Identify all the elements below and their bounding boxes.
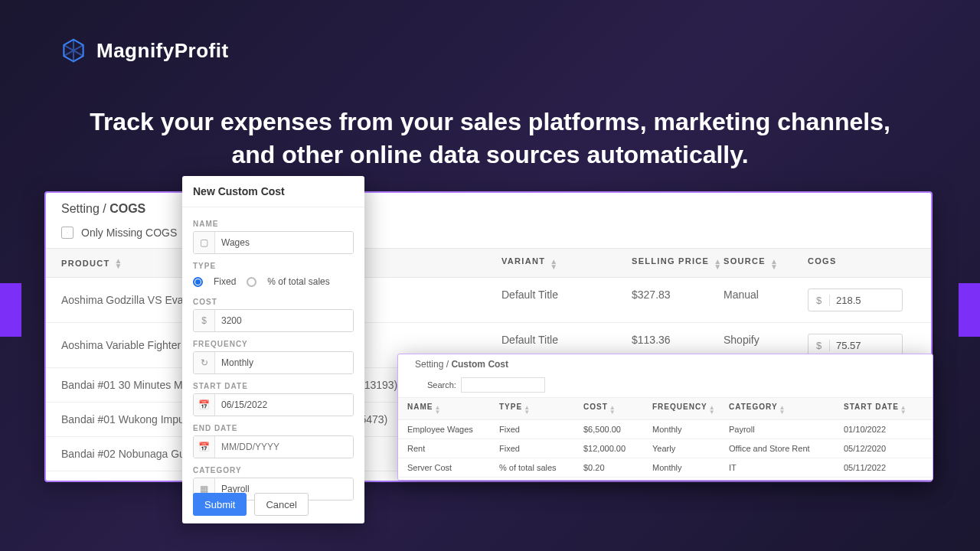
sort-icon[interactable]: ▲▼ [714, 259, 722, 269]
cost-input-group[interactable]: $ [193, 309, 354, 332]
frequency-input-group[interactable]: ↻ [193, 351, 354, 374]
hero-headline: Track your expenses from your sales plat… [69, 106, 911, 171]
name-input-group[interactable]: ▢ [193, 231, 354, 254]
breadcrumb-parent[interactable]: Setting [61, 202, 100, 215]
start-date-field[interactable] [215, 394, 353, 416]
end-date-field[interactable] [215, 436, 353, 458]
brand-block: MagnifyProfit [60, 37, 229, 64]
cell-category: Office and Store Rent [729, 444, 844, 453]
radio-fixed-label: Fixed [214, 276, 236, 287]
header-frequency[interactable]: FREQUENCY [652, 403, 707, 411]
sort-icon[interactable]: ▲▼ [434, 406, 441, 415]
source-cell: Manual [724, 289, 808, 311]
cell-cost: $12,000.00 [583, 444, 652, 453]
breadcrumb-current: COGS [109, 202, 145, 215]
dollar-icon: $ [194, 310, 215, 331]
cost-field[interactable] [215, 310, 353, 331]
search-input[interactable] [461, 377, 545, 393]
sort-icon[interactable]: ▲▼ [709, 406, 716, 415]
header-name[interactable]: NAME [407, 403, 433, 411]
label-cost: COST [193, 298, 354, 306]
end-date-group[interactable]: 📅 [193, 435, 354, 458]
brand-logo-icon [60, 37, 87, 64]
sort-icon[interactable]: ▲▼ [900, 406, 907, 415]
header-category[interactable]: CATEGORY [729, 403, 778, 411]
label-category: CATEGORY [193, 466, 354, 474]
cell-frequency: Monthly [652, 463, 729, 472]
cell-name: Rent [407, 444, 499, 453]
cell-cost: $6,500.00 [583, 425, 652, 434]
cell-type: Fixed [499, 444, 583, 453]
sort-icon[interactable]: ▲▼ [779, 406, 786, 415]
cogs-input[interactable]: $ [808, 289, 903, 311]
accent-right [959, 283, 980, 337]
header-product[interactable]: PRODUCT [61, 259, 110, 268]
cogs-field[interactable] [830, 295, 899, 306]
table-row: Rent Fixed $12,000.00 Yearly Office and … [398, 439, 933, 458]
search-label: Search: [427, 380, 456, 390]
tag-icon: ▢ [194, 232, 215, 253]
breadcrumb-current: Custom Cost [451, 359, 508, 370]
cell-type: Fixed [499, 425, 583, 434]
header-cost[interactable]: COST [583, 403, 608, 411]
cc-table-header: NAME▲▼ TYPE▲▼ COST▲▼ FREQUENCY▲▼ CATEGOR… [398, 397, 933, 420]
cell-start: 05/12/2020 [844, 444, 920, 453]
radio-pct-label: % of total sales [267, 276, 329, 287]
accent-left [0, 283, 21, 337]
name-field[interactable] [215, 232, 353, 253]
label-start: START DATE [193, 382, 354, 390]
sort-icon[interactable]: ▲▼ [115, 258, 123, 269]
breadcrumb: Setting / Custom Cost [398, 354, 933, 371]
custom-cost-panel: Setting / Custom Cost Search: NAME▲▼ TYP… [397, 354, 933, 481]
only-missing-checkbox[interactable] [61, 227, 74, 239]
cell-cost: $0.20 [583, 463, 652, 472]
label-frequency: FREQUENCY [193, 340, 354, 348]
cell-category: IT [729, 463, 844, 472]
frequency-field[interactable] [215, 352, 353, 373]
modal-title: New Custom Cost [182, 176, 364, 207]
table-row: Aoshima Godzilla VS Evangelion (JAN:4905… [46, 278, 931, 323]
dollar-icon: $ [808, 295, 830, 306]
cell-frequency: Yearly [652, 444, 729, 453]
header-start[interactable]: START DATE [844, 403, 899, 411]
price-cell: $327.83 [632, 289, 724, 311]
label-end: END DATE [193, 424, 354, 432]
sort-icon[interactable]: ▲▼ [550, 259, 558, 269]
cell-start: 01/10/2022 [844, 425, 920, 434]
header-variant[interactable]: VARIANT [501, 256, 545, 266]
header-type[interactable]: TYPE [499, 403, 522, 411]
cell-start: 05/11/2022 [844, 463, 920, 472]
breadcrumb-parent[interactable]: Setting [415, 359, 443, 370]
sort-icon[interactable]: ▲▼ [770, 259, 779, 269]
start-date-group[interactable]: 📅 [193, 393, 354, 416]
brand-name: MagnifyProfit [96, 39, 229, 63]
calendar-icon: 📅 [194, 394, 215, 416]
dollar-icon: $ [808, 340, 830, 351]
label-name: NAME [193, 220, 354, 228]
label-type: TYPE [193, 262, 354, 270]
breadcrumb: Setting / COGS [46, 193, 931, 222]
table-row: Server Cost % of total sales $0.20 Month… [398, 458, 933, 478]
cancel-button[interactable]: Cancel [254, 493, 308, 516]
submit-button[interactable]: Submit [193, 493, 247, 516]
variant-cell: Default Title [501, 289, 632, 311]
cell-category: Payroll [729, 425, 844, 434]
calendar-icon: 📅 [194, 436, 215, 458]
cogs-table-header: PRODUCT▲▼ VARIANT▲▼ SELLING PRICE▲▼ SOUR… [46, 248, 931, 278]
sort-icon[interactable]: ▲▼ [609, 406, 616, 415]
header-price[interactable]: SELLING PRICE [632, 256, 709, 266]
product-name: Aoshima Variable Fighter Gi [61, 339, 194, 351]
header-cogs[interactable]: COGS [808, 256, 837, 266]
cell-name: Employee Wages [407, 425, 499, 434]
radio-fixed[interactable] [193, 277, 203, 287]
only-missing-label: Only Missing COGS [81, 227, 177, 239]
cogs-field[interactable] [830, 340, 899, 351]
cell-frequency: Monthly [652, 425, 729, 434]
header-source[interactable]: SOURCE [724, 256, 766, 266]
sort-icon[interactable]: ▲▼ [524, 406, 531, 415]
new-custom-cost-modal: New Custom Cost NAME ▢ TYPE Fixed % of t… [182, 176, 364, 523]
cell-type: % of total sales [499, 463, 583, 472]
radio-pct[interactable] [247, 277, 256, 287]
refresh-icon: ↻ [194, 352, 215, 373]
table-row: Employee Wages Fixed $6,500.00 Monthly P… [398, 420, 933, 439]
